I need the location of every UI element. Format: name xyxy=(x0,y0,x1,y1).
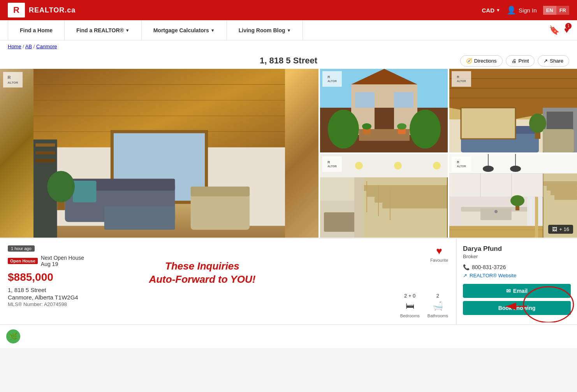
svg-rect-61 xyxy=(367,191,448,197)
svg-point-31 xyxy=(328,110,359,149)
mls-number: MLS® Number: A2074598 xyxy=(8,301,448,307)
svg-point-77 xyxy=(510,166,521,172)
favourite-label: Favourite xyxy=(430,258,448,262)
svg-rect-15 xyxy=(191,187,250,196)
photo-count-badge[interactable]: 🖼 + 16 xyxy=(548,225,573,234)
svg-point-56 xyxy=(394,162,402,170)
agent-panel: Darya Pfund Broker 📞 800-831-3726 ↗ REAL… xyxy=(456,239,577,324)
photo-bottom-right-2[interactable]: RALTOR 🖼 + 16 xyxy=(449,154,577,238)
svg-rect-49 xyxy=(461,108,515,139)
photo-main[interactable]: RALTOR xyxy=(0,69,318,238)
heart-icon: ♥ xyxy=(436,245,442,257)
svg-rect-82 xyxy=(551,191,577,195)
share-button[interactable]: ↗ Share xyxy=(538,55,569,66)
bed-icon: 🛏 xyxy=(406,301,414,311)
bath-icon: 🛁 xyxy=(433,301,443,311)
svg-point-97 xyxy=(510,195,524,206)
directions-icon: 🧭 xyxy=(466,58,472,64)
header-right: CAD ▼ 👤 Sign In EN FR xyxy=(482,5,570,15)
print-icon: 🖨 xyxy=(512,58,517,64)
svg-point-57 xyxy=(433,162,441,170)
favourites-badge: 1 xyxy=(565,23,572,29)
currency-selector[interactable]: CAD ▼ xyxy=(482,7,500,14)
svg-rect-60 xyxy=(359,185,448,191)
address-line2: Canmore, Alberta T1W2G4 xyxy=(8,294,448,301)
realtor-watermark-2: RALTOR xyxy=(322,71,342,87)
breadcrumb-home[interactable]: Home xyxy=(8,44,21,49)
price: $885,000 xyxy=(8,271,448,284)
nav-find-home[interactable]: Find a Home xyxy=(8,20,65,40)
favourites-button[interactable]: ♥ 1 xyxy=(564,25,569,35)
breadcrumb-province[interactable]: AB xyxy=(25,44,32,49)
site-name: REALTOR.ca xyxy=(29,6,76,14)
agent-name: Darya Pfund xyxy=(463,245,571,253)
main-photo-svg xyxy=(0,69,318,238)
svg-rect-70 xyxy=(324,212,355,232)
logo-area: R REALTOR.ca xyxy=(8,3,76,18)
property-actions: 🧭 Directions 🖨 Print ↗ Share xyxy=(460,55,569,66)
svg-rect-19 xyxy=(35,151,55,154)
realtor-logo-icon[interactable]: R xyxy=(8,3,25,18)
leaf-icon: 🌿 xyxy=(9,332,18,341)
link-icon: ↗ xyxy=(463,273,467,278)
lang-en-button[interactable]: EN xyxy=(543,6,556,15)
print-button[interactable]: 🖨 Print xyxy=(506,55,535,66)
left-panel: 1 hour ago Open House Next Open House Au… xyxy=(0,239,456,324)
photo-top-right-1[interactable]: RALTOR xyxy=(320,69,448,152)
book-showing-button[interactable]: Book showing xyxy=(463,301,571,315)
language-switcher: EN FR xyxy=(543,6,569,15)
chevron-down-icon: ▼ xyxy=(125,28,130,33)
page-title: 1, 818 5 Street xyxy=(260,56,317,66)
top-header: R REALTOR.ca CAD ▼ 👤 Sign In EN FR xyxy=(0,0,577,20)
lang-fr-button[interactable]: FR xyxy=(556,6,569,15)
favourite-button[interactable]: ♥ Favourite xyxy=(430,245,448,262)
bedrooms-info: 2 + 0 🛏 Bedrooms xyxy=(400,293,420,318)
svg-point-36 xyxy=(362,123,371,130)
agent-phone: 📞 800-831-3726 xyxy=(463,264,571,270)
realtor-watermark-3: RALTOR xyxy=(452,71,471,87)
open-house-label: Open House xyxy=(8,258,38,264)
svg-rect-81 xyxy=(547,186,577,191)
svg-rect-52 xyxy=(543,129,574,152)
breadcrumb-city[interactable]: Canmore xyxy=(36,44,57,49)
open-house-banner: Open House Next Open House Aug 19 xyxy=(8,255,448,267)
svg-rect-13 xyxy=(73,181,97,203)
nav-find-realtor[interactable]: Find a REALTOR® ▼ xyxy=(65,20,142,40)
svg-rect-80 xyxy=(543,181,577,186)
green-realtor-icon: 🌿 xyxy=(6,329,20,343)
bookmark-icon[interactable]: 🔖 xyxy=(549,25,559,35)
photo-top-right-2[interactable]: RALTOR xyxy=(449,69,577,152)
time-badge: 1 hour ago xyxy=(8,245,448,255)
svg-rect-16 xyxy=(104,206,175,230)
sign-in-button[interactable]: 👤 Sign In xyxy=(507,5,537,15)
nav-icons: 🔖 ♥ 1 xyxy=(549,25,569,35)
address-line1: 1, 818 5 Street xyxy=(8,287,448,293)
nav-blog[interactable]: Living Room Blog ▼ xyxy=(227,20,303,40)
svg-point-32 xyxy=(410,110,441,149)
svg-rect-95 xyxy=(535,197,538,238)
chevron-down-icon: ▼ xyxy=(287,28,291,33)
realtor-watermark-5: RALTOR xyxy=(452,156,471,172)
email-button[interactable]: ✉ Email xyxy=(463,284,571,298)
bed-bath-area: 2 + 0 🛏 Bedrooms 2 🛁 Bathrooms xyxy=(400,293,448,318)
photo-bottom-right-1[interactable]: RALTOR xyxy=(320,154,448,238)
agent-website[interactable]: ↗ REALTOR® Website xyxy=(463,273,571,278)
bathrooms-info: 2 🛁 Bathrooms xyxy=(427,293,448,318)
realtor-watermark-4: RALTOR xyxy=(322,156,342,172)
breadcrumb: Home / AB / Canmore xyxy=(0,40,577,52)
open-house-text: Next Open House Aug 19 xyxy=(41,255,84,267)
photo-grid: RALTOR xyxy=(0,69,577,238)
realtor-watermark: RALTOR xyxy=(3,72,23,88)
share-icon: ↗ xyxy=(544,58,548,64)
svg-rect-83 xyxy=(554,195,577,200)
svg-rect-30 xyxy=(394,92,413,108)
chevron-down-icon: ▼ xyxy=(211,28,215,33)
svg-rect-62 xyxy=(375,197,448,203)
agent-title: Broker xyxy=(463,254,571,259)
svg-rect-93 xyxy=(449,226,543,238)
svg-rect-71 xyxy=(354,177,364,238)
directions-button[interactable]: 🧭 Directions xyxy=(460,55,503,66)
nav-mortgage[interactable]: Mortgage Calculators ▼ xyxy=(142,20,227,40)
svg-rect-20 xyxy=(35,159,55,162)
email-icon: ✉ xyxy=(506,288,511,294)
